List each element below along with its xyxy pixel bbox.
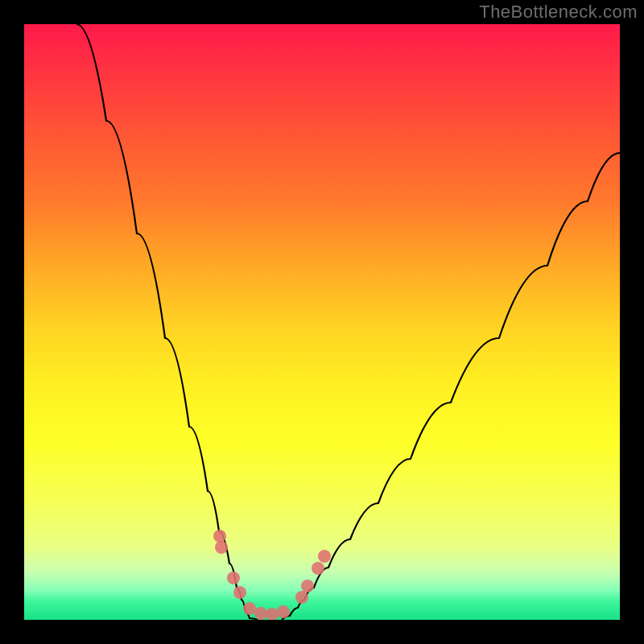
curve-right (282, 153, 620, 620)
marker-dot (243, 602, 256, 615)
chart-frame: TheBottleneck.com (0, 0, 644, 644)
plot-area (24, 24, 620, 620)
watermark-text: TheBottleneck.com (479, 2, 638, 23)
marker-dot (227, 572, 240, 584)
marker-dot (301, 580, 314, 592)
marker-dot (266, 608, 279, 620)
highlight-markers (213, 530, 331, 620)
marker-dot (254, 607, 267, 620)
marker-dot (215, 541, 228, 554)
marker-dot (277, 605, 290, 618)
chart-svg (24, 24, 620, 620)
marker-dot (318, 550, 331, 563)
curve-left (76, 24, 258, 620)
marker-dot (233, 586, 246, 599)
marker-dot (312, 562, 324, 575)
marker-dot (295, 591, 308, 604)
marker-dot (213, 530, 226, 543)
